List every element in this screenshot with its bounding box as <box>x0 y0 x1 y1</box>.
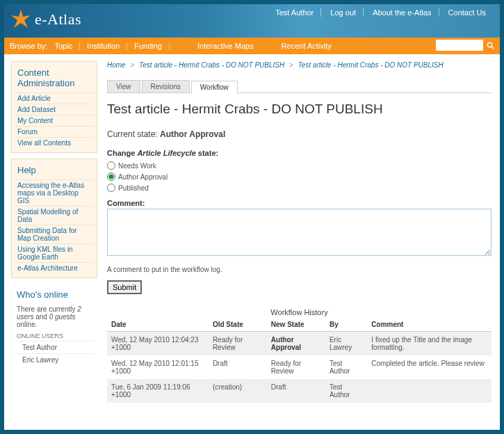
sidebar-link[interactable]: Spatial Modelling of Data <box>15 206 94 225</box>
tab-revisions[interactable]: Revisions <box>142 80 190 93</box>
help-block: Help Accessing the e-Atlas maps via a De… <box>11 159 97 278</box>
col-header: Comment <box>367 318 491 332</box>
cell-date: Tue, 6 Jan 2009 11:19:06 +1000 <box>107 379 209 403</box>
top-links: Test Author Log out About the e-Atlas Co… <box>268 8 493 17</box>
radio-published[interactable]: Published <box>107 184 491 192</box>
logout-link[interactable]: Log out <box>323 8 364 17</box>
breadcrumb-parent[interactable]: Test article - Hermit Crabs - DO NOT PUB… <box>139 61 284 69</box>
logo[interactable]: e-Atlas <box>10 8 81 31</box>
navbar: Browse by: Topic Institution Funding Int… <box>4 38 500 54</box>
tabs: ViewRevisionsWorkflow <box>107 80 491 93</box>
main-content: Home > Test article - Hermit Crabs - DO … <box>97 61 500 416</box>
current-state: Current state: Author Approval <box>107 129 491 139</box>
online-user: Eric Lawrey <box>14 353 95 366</box>
online-users-label: ONLINE USERS <box>14 330 95 341</box>
cell-new: Author Approval <box>267 332 325 356</box>
online-summary: There are currently 2 users and 0 guests… <box>14 304 95 330</box>
online-user: Test Author <box>14 341 95 353</box>
nav-institution[interactable]: Institution <box>80 42 127 50</box>
breadcrumb: Home > Test article - Hermit Crabs - DO … <box>107 61 491 69</box>
nav-recent-activity[interactable]: Recent Activity <box>275 42 339 50</box>
about-link[interactable]: About the e-Atlas <box>366 8 439 17</box>
change-state-label: Change Article Lifecycle state: <box>107 149 491 157</box>
sidebar-link[interactable]: My Content <box>15 115 94 126</box>
cell-by: Test Author <box>325 379 367 403</box>
cell-old: Draft <box>209 355 267 379</box>
breadcrumb-current: Test article - Hermit Crabs - DO NOT PUB… <box>298 61 444 69</box>
tab-view[interactable]: View <box>107 80 140 93</box>
col-header: New State <box>267 318 325 332</box>
sidebar-link[interactable]: Forum <box>15 126 94 137</box>
nav-funding[interactable]: Funding <box>127 42 170 50</box>
sidebar-link[interactable]: Submitting Data for Map Creation <box>15 225 94 243</box>
content-admin-block: Content Administration Add Article Add D… <box>11 61 97 153</box>
nav-interactive-maps[interactable]: Interactive Maps <box>190 42 261 50</box>
contact-link[interactable]: Contact Us <box>441 8 493 17</box>
header: e-Atlas Test Author Log out About the e-… <box>4 4 500 38</box>
sidebar-link[interactable]: Add Article <box>15 93 94 104</box>
cell-comment <box>367 379 491 403</box>
page-title: Test article - Hermit Crabs - DO NOT PUB… <box>107 102 491 117</box>
cell-new: Draft <box>267 379 325 403</box>
radio-label: Published <box>118 184 149 192</box>
col-header: Old State <box>209 318 267 332</box>
nav-topic[interactable]: Topic <box>47 42 80 50</box>
sidebar-link[interactable]: e-Atlas Architecture <box>15 262 94 273</box>
tab-workflow[interactable]: Workflow <box>191 81 238 93</box>
sidebar: Content Administration Add Article Add D… <box>11 61 97 416</box>
browse-by-label: Browse by: <box>10 42 47 50</box>
search-button[interactable] <box>485 40 496 51</box>
cell-old: Ready for Review <box>209 332 267 356</box>
col-header: Date <box>107 318 209 332</box>
submit-button[interactable]: Submit <box>107 280 142 294</box>
block-title: Who's online <box>14 288 95 304</box>
radio-input[interactable] <box>107 184 115 192</box>
sidebar-link[interactable]: View all Contents <box>15 137 94 148</box>
radio-label: Needs Work <box>118 162 156 170</box>
comment-label: Comment: <box>107 199 491 207</box>
cell-date: Wed, 12 May 2010 12:01:15 +1000 <box>107 355 209 379</box>
search-input[interactable] <box>436 40 483 51</box>
sidebar-link[interactable]: Using KML files in Google Earth <box>15 243 94 262</box>
whos-online-block: Who's online There are currently 2 users… <box>11 284 97 370</box>
radio-input[interactable] <box>107 161 115 170</box>
search-icon <box>487 42 494 49</box>
site-title: e-Atlas <box>35 10 81 29</box>
cell-new: Ready for Review <box>267 355 325 379</box>
sidebar-link[interactable]: Accessing the e-Atlas maps via a Desktop… <box>15 179 94 206</box>
cell-old: (creation) <box>209 379 267 403</box>
svg-point-0 <box>487 42 491 47</box>
search-box <box>436 40 496 51</box>
user-link[interactable]: Test Author <box>268 8 321 17</box>
block-title: Content Administration <box>15 66 94 93</box>
cell-by: Eric Lawrey <box>325 332 367 356</box>
cell-comment: Completed the article. Please review <box>367 355 491 379</box>
breadcrumb-home[interactable]: Home <box>107 61 126 69</box>
sidebar-link[interactable]: Add Dataset <box>15 104 94 115</box>
cell-date: Wed, 12 May 2010 12:04:23 +1000 <box>107 332 209 356</box>
table-row: Wed, 12 May 2010 12:04:23 +1000Ready for… <box>107 332 491 356</box>
comment-textarea[interactable] <box>107 209 491 256</box>
radio-label: Author Approval <box>118 173 168 181</box>
radio-input[interactable] <box>107 172 115 181</box>
cell-by: Test Author <box>325 355 367 379</box>
radio-needs-work[interactable]: Needs Work <box>107 161 491 170</box>
block-title: Help <box>15 163 94 179</box>
workflow-history-table: DateOld StateNew StateByComment Wed, 12 … <box>107 318 491 403</box>
radio-author-approval[interactable]: Author Approval <box>107 172 491 181</box>
svg-line-1 <box>491 47 494 49</box>
table-row: Wed, 12 May 2010 12:01:15 +1000DraftRead… <box>107 355 491 379</box>
star-icon <box>10 8 32 31</box>
cell-comment: I fixed up the Title and the image forma… <box>367 332 491 356</box>
comment-hint: A comment to put in the workflow log. <box>107 266 491 273</box>
workflow-history-title: Workflow History <box>107 308 491 316</box>
table-row: Tue, 6 Jan 2009 11:19:06 +1000(creation)… <box>107 379 491 403</box>
col-header: By <box>325 318 367 332</box>
